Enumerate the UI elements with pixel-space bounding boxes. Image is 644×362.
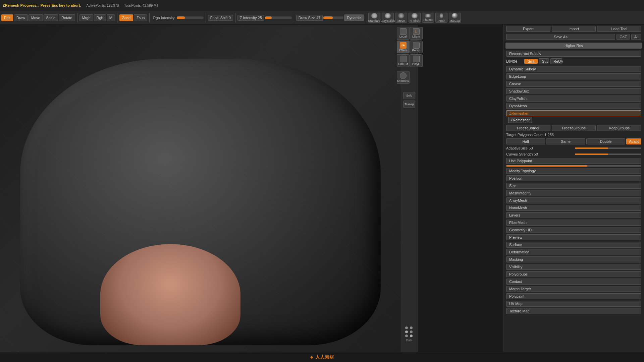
z-intensity-label[interactable]: Z Intensity 25 — [237, 15, 264, 21]
use-polypaint-button[interactable]: Use Polypaint — [506, 158, 641, 164]
draw-size-slider[interactable] — [323, 16, 343, 19]
goz-button[interactable]: GoZ — [616, 34, 630, 40]
crease-button[interactable]: Crease — [506, 81, 641, 87]
zrem-tool-btn[interactable]: ZR ZRem — [397, 41, 410, 53]
m-button[interactable]: M — [107, 14, 115, 21]
visibility-button[interactable]: Visibility — [506, 264, 641, 270]
claypolish-button[interactable]: ClayPolish — [506, 96, 641, 102]
draw-button[interactable]: Draw — [14, 14, 28, 21]
freezeborder-button[interactable]: FreezeBorder — [506, 125, 550, 131]
save-as-button[interactable]: Save As — [506, 34, 615, 40]
polypaint-row: Polypaint — [503, 293, 644, 300]
morph-target-button[interactable]: Morph Target — [506, 286, 641, 292]
surface-button[interactable]: Surface — [506, 242, 641, 248]
smooths-tool-btn[interactable]: SmoothS — [397, 71, 410, 84]
polygroups-button[interactable]: Polygroups — [506, 271, 641, 277]
matcap-brush-label: MatCap — [449, 19, 460, 22]
position-row: Position — [503, 175, 644, 182]
colordensity-slider[interactable] — [506, 165, 641, 167]
transp-label: Transp — [405, 103, 414, 106]
persp-tool-btn[interactable]: Persp — [410, 41, 423, 53]
keepgroups-button[interactable]: KeepGroups — [597, 125, 641, 131]
contact-button[interactable]: Contact — [506, 279, 641, 285]
zadd-button[interactable]: Zadd — [119, 14, 133, 21]
local-tool-btn[interactable]: Local — [397, 27, 410, 40]
import-button[interactable]: Import — [552, 26, 596, 32]
load-tool-button[interactable]: Load Tool — [597, 26, 641, 32]
canvas-bg[interactable] — [0, 25, 401, 362]
lsym-tool-btn[interactable]: L LSym — [410, 27, 423, 40]
size-button[interactable]: Size — [506, 183, 641, 189]
mrgb-button[interactable]: Mrgb — [79, 14, 93, 21]
canvas-area[interactable] — [0, 25, 401, 362]
target-polygons-label: Target Polygons Count 1.256 — [506, 133, 641, 137]
focal-shift-label[interactable]: Focal Shift 0 — [208, 15, 233, 21]
pinch-brush-label: Pinch — [438, 19, 445, 22]
half-button[interactable]: Half — [506, 138, 545, 144]
same-button[interactable]: Same — [546, 138, 585, 144]
freezegroups-button[interactable]: FreezeGroups — [552, 125, 596, 131]
curves-strength-slider[interactable] — [575, 154, 642, 155]
preview-button[interactable]: Preview — [506, 234, 641, 240]
zrem-label: ZRem — [399, 49, 407, 52]
dynamesh-button[interactable]: DynaMesh — [506, 103, 641, 109]
zremesher-button[interactable]: ZRemesher — [506, 110, 641, 116]
double-button[interactable]: Double — [586, 138, 625, 144]
reuv-button[interactable]: ReUV — [550, 58, 562, 64]
dynamic-button[interactable]: Dynamic — [344, 14, 364, 21]
polypaint-button[interactable]: Polypaint — [506, 293, 641, 299]
hpolish-brush-label: hPolish — [410, 19, 420, 22]
texture-map-button[interactable]: Texture Map — [506, 308, 641, 314]
matcap-brush-icon[interactable]: MatCap — [449, 13, 461, 23]
standard-brush-icon[interactable]: Standard — [368, 13, 380, 23]
adapt-button[interactable]: Adapt — [626, 138, 641, 144]
meshintegrity-button[interactable]: MeshIntegrity — [506, 190, 641, 196]
divide-row: Divide Suv ReUV — [503, 57, 644, 65]
edgeloop-button[interactable]: EdgeLoop — [506, 73, 641, 79]
scale-button[interactable]: Scale — [44, 14, 58, 21]
transp-btn[interactable]: Transp — [403, 101, 415, 108]
hpolish-brush-icon[interactable]: hPolish — [409, 13, 421, 23]
separator3 — [149, 13, 150, 22]
rgb-button[interactable]: Rgb — [94, 14, 106, 21]
modify-topology-button[interactable]: Modify Topology — [506, 168, 641, 174]
higher-res-button[interactable]: Higher Res — [505, 43, 642, 49]
solo-btn[interactable]: Solo — [403, 92, 415, 99]
dot1 — [405, 326, 408, 329]
unafit-tool-btn[interactable]: Una.Fit — [397, 54, 410, 67]
geometry-hd-button[interactable]: Geometry HD — [506, 227, 641, 233]
z-intensity-slider[interactable] — [265, 16, 292, 19]
unafit-label: Una.Fit — [398, 62, 408, 66]
move-button[interactable]: Move — [29, 14, 43, 21]
export-button[interactable]: Export — [506, 26, 550, 32]
rotate-button[interactable]: Rotate — [59, 14, 75, 21]
rgb-intensity-slider[interactable] — [177, 16, 204, 19]
masking-button[interactable]: Masking — [506, 256, 641, 262]
zsub-button[interactable]: Zsub — [134, 14, 147, 21]
smt-input[interactable] — [524, 59, 538, 64]
separator6 — [294, 13, 294, 22]
claybuilds-brush-icon[interactable]: ClayBuilds — [382, 13, 394, 23]
suv-button[interactable]: Suv — [539, 58, 549, 64]
pinch-brush-icon[interactable]: Pinch — [435, 13, 447, 23]
deformation-row: Deformation — [503, 248, 644, 256]
flatten-brush-icon[interactable]: Flatten — [422, 13, 434, 23]
draw-size-label[interactable]: Draw Size 47 — [296, 15, 323, 21]
polyf-tool-btn[interactable]: PolyF — [410, 54, 423, 67]
uv-map-button[interactable]: UV Map — [506, 301, 641, 307]
reconstruct-subdiv-button[interactable]: Reconstruct Subdiv — [506, 51, 641, 57]
move-brush-icon[interactable]: Move — [395, 13, 407, 23]
right-panel: Export Import Load Tool Save As GoZ All … — [503, 25, 644, 362]
adaptivesize-slider[interactable] — [575, 147, 642, 149]
nanomesh-button[interactable]: NanoMesh — [506, 205, 641, 211]
edit-button[interactable]: Edit — [1, 14, 13, 21]
layers-button[interactable]: Layers — [506, 212, 641, 218]
arraymesh-button[interactable]: ArrayMesh — [506, 197, 641, 203]
size-row: Size — [503, 182, 644, 189]
shadowbox-button[interactable]: ShadowBox — [506, 88, 641, 94]
position-button[interactable]: Position — [506, 175, 641, 181]
all-button[interactable]: All — [631, 34, 641, 40]
fibermesh-button[interactable]: FiberMesh — [506, 220, 641, 226]
deformation-button[interactable]: Deformation — [506, 249, 641, 255]
dynamic-subdiv-button[interactable]: Dynamic Subdiv — [506, 66, 641, 72]
